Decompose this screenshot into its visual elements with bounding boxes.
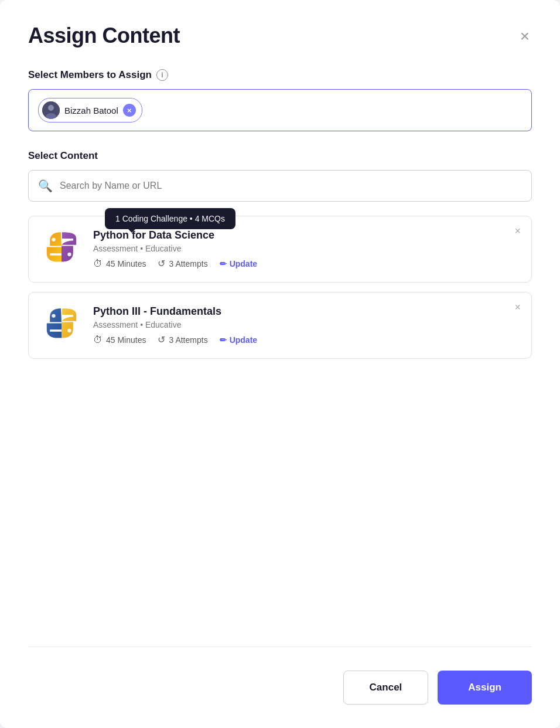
stat-duration: ⏱ 45 Minutes	[93, 335, 146, 345]
content-meta: Assessment • Educative	[93, 244, 520, 253]
member-remove-button[interactable]: ×	[123, 104, 136, 117]
svg-point-3	[52, 238, 55, 241]
svg-point-1	[48, 105, 54, 111]
content-section: Select Content 🔍 1 Coding Challenge • 4 …	[28, 150, 532, 359]
content-title: Python for Data Science	[93, 229, 520, 241]
search-input[interactable]	[60, 181, 522, 191]
content-tooltip: 1 Coding Challenge • 4 MCQs	[105, 208, 235, 229]
search-box: 🔍	[28, 170, 532, 202]
modal-close-button[interactable]: ×	[518, 26, 532, 47]
card-remove-button[interactable]: ×	[514, 226, 521, 236]
content-card: 1 Coding Challenge • 4 MCQs	[28, 216, 532, 283]
content-logo	[40, 304, 83, 346]
content-stats: ⏱ 45 Minutes ↺ 3 Attempts ✏ Update	[93, 258, 520, 269]
member-name: Bizzah Batool	[64, 106, 118, 115]
refresh-icon: ↺	[158, 334, 165, 345]
content-logo	[40, 228, 83, 270]
update-button[interactable]: ✏ Update	[220, 259, 257, 268]
cancel-button[interactable]: Cancel	[343, 671, 429, 705]
svg-point-4	[67, 253, 71, 256]
members-section: Select Members to Assign i Bizzah Batool…	[28, 69, 532, 150]
stat-attempts: ↺ 3 Attempts	[158, 334, 207, 345]
modal-title: Assign Content	[28, 23, 180, 48]
svg-point-6	[67, 329, 71, 332]
info-icon[interactable]: i	[156, 69, 168, 81]
assign-content-modal: Assign Content × Select Members to Assig…	[0, 0, 560, 728]
update-button[interactable]: ✏ Update	[220, 335, 257, 345]
avatar	[42, 101, 60, 119]
modal-header: Assign Content ×	[28, 23, 532, 48]
members-input-box[interactable]: Bizzah Batool ×	[28, 89, 532, 131]
content-items-list: 1 Coding Challenge • 4 MCQs	[28, 216, 532, 359]
clock-icon: ⏱	[93, 335, 103, 345]
content-info: Python for Data Science Assessment • Edu…	[93, 229, 520, 269]
refresh-icon: ↺	[158, 258, 165, 269]
members-section-label: Select Members to Assign i	[28, 69, 532, 81]
content-card: Python III - Fundamentals Assessment • E…	[28, 292, 532, 359]
assign-button[interactable]: Assign	[438, 671, 532, 705]
content-info: Python III - Fundamentals Assessment • E…	[93, 305, 520, 345]
stat-attempts: ↺ 3 Attempts	[158, 258, 207, 269]
card-remove-button[interactable]: ×	[514, 302, 521, 312]
svg-point-5	[52, 314, 55, 318]
content-stats: ⏱ 45 Minutes ↺ 3 Attempts ✏ Update	[93, 334, 520, 345]
pencil-icon: ✏	[220, 335, 227, 345]
content-title: Python III - Fundamentals	[93, 305, 520, 318]
member-tag: Bizzah Batool ×	[38, 98, 142, 123]
modal-footer: Cancel Assign	[28, 647, 532, 705]
pencil-icon: ✏	[220, 259, 227, 268]
clock-icon: ⏱	[93, 258, 103, 269]
content-section-label: Select Content	[28, 150, 532, 162]
content-meta: Assessment • Educative	[93, 320, 520, 329]
stat-duration: ⏱ 45 Minutes	[93, 258, 146, 269]
search-icon: 🔍	[38, 179, 53, 193]
